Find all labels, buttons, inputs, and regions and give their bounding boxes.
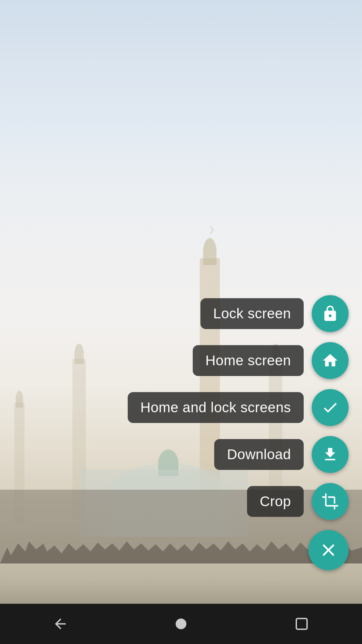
lock-screen-row: Lock screen <box>200 295 349 332</box>
home-and-lock-button[interactable] <box>312 389 349 426</box>
nav-home-icon <box>173 616 189 632</box>
home-icon <box>321 352 339 369</box>
close-fab-button[interactable] <box>308 530 349 570</box>
home-nav-button[interactable] <box>166 609 196 639</box>
crop-icon <box>321 493 339 510</box>
close-icon <box>318 540 339 560</box>
lock-screen-button[interactable] <box>312 295 349 332</box>
lock-screen-label: Lock screen <box>200 298 304 329</box>
home-screen-row: Home screen <box>193 342 349 379</box>
nav-bar <box>0 604 362 644</box>
download-label: Download <box>214 439 304 470</box>
svg-point-0 <box>176 619 186 629</box>
actions-panel: Lock screen Home screen Home and lock sc… <box>128 295 349 570</box>
back-icon <box>52 616 68 632</box>
crop-button[interactable] <box>312 483 349 520</box>
home-and-lock-label: Home and lock screens <box>128 392 304 423</box>
screen: Lock screen Home screen Home and lock sc… <box>0 0 362 644</box>
svg-rect-1 <box>296 619 307 629</box>
back-button[interactable] <box>46 609 75 639</box>
home-screen-button[interactable] <box>312 342 349 379</box>
home-screen-label: Home screen <box>193 345 304 376</box>
recent-button[interactable] <box>287 609 316 639</box>
lock-icon <box>321 305 339 322</box>
download-icon <box>321 446 339 463</box>
crop-label: Crop <box>247 486 304 517</box>
download-button[interactable] <box>312 436 349 473</box>
recent-icon <box>294 616 310 632</box>
crop-row: Crop <box>247 483 349 520</box>
home-and-lock-row: Home and lock screens <box>128 389 349 426</box>
download-row: Download <box>214 436 349 473</box>
check-icon <box>321 399 339 416</box>
